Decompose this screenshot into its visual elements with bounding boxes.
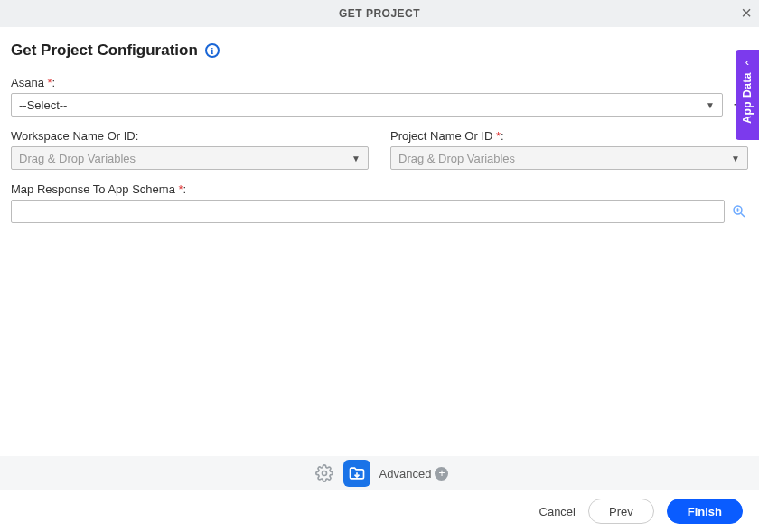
lookup-icon[interactable] [730,202,748,220]
close-icon[interactable]: × [741,4,752,22]
chevron-left-icon: ‹ [745,55,749,69]
dialog-header: GET PROJECT × [0,0,759,27]
advanced-label: Advanced [380,467,432,481]
app-data-tab-label: App Data [741,72,754,124]
chevron-down-icon: ▼ [351,154,361,163]
svg-line-1 [741,213,745,217]
chevron-down-icon: ▼ [731,154,740,163]
project-label-text: Project Name Or ID [390,129,492,143]
project-input[interactable]: Drag & Drop Variables ▼ [390,146,748,170]
asana-select[interactable]: --Select-- ▼ [11,93,723,117]
workspace-input[interactable]: Drag & Drop Variables ▼ [11,146,369,170]
chevron-down-icon: ▼ [706,100,715,110]
map-response-input[interactable] [11,200,725,223]
advanced-toggle[interactable]: Advanced + [380,467,449,481]
page-title: Get Project Configuration [11,42,198,60]
project-placeholder: Drag & Drop Variables [398,152,515,165]
app-data-tab[interactable]: ‹ App Data [736,50,759,140]
content-area: Get Project Configuration i Asana *: --S… [0,27,759,223]
settings-icon[interactable] [311,460,338,487]
info-icon[interactable]: i [205,43,220,58]
workspace-placeholder: Drag & Drop Variables [19,152,136,165]
workspace-label: Workspace Name Or ID: [11,129,369,143]
asana-select-value: --Select-- [19,98,67,112]
footer: Cancel Prev Finish [0,490,759,532]
plus-circle-icon: + [435,467,448,481]
asana-label: Asana *: [11,76,748,89]
toolbar: Advanced + [0,456,759,490]
cancel-button[interactable]: Cancel [539,505,576,518]
project-label: Project Name Or ID *: [390,129,748,143]
asana-label-text: Asana [11,76,44,89]
folder-icon[interactable] [343,460,370,487]
map-label: Map Response To App Schema *: [11,182,748,196]
prev-button[interactable]: Prev [588,499,654,524]
finish-button[interactable]: Finish [667,499,743,524]
svg-point-4 [322,471,326,476]
map-label-text: Map Response To App Schema [11,182,175,196]
dialog-title: GET PROJECT [339,7,420,20]
